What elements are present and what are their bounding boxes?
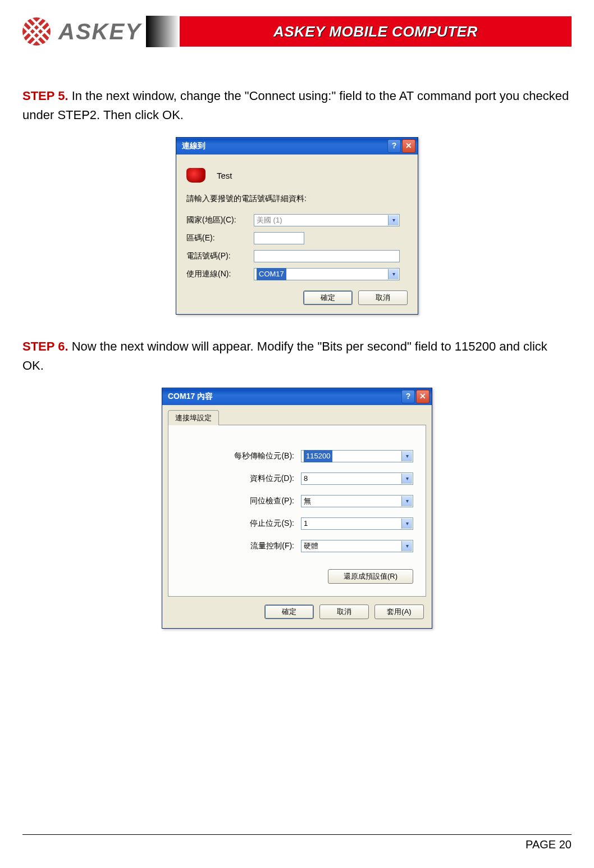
header-gradient [146,16,180,47]
page-header: ASKEY ASKEY MOBILE COMPUTER [22,16,572,47]
step5-paragraph: STEP 5. In the next window, change the "… [22,87,572,125]
flow-control-select[interactable]: 硬體 ▾ [301,540,413,552]
help-icon[interactable]: ? [387,139,401,153]
brand-logo: ASKEY [22,17,141,46]
chevron-down-icon[interactable]: ▾ [401,451,412,461]
page-footer: PAGE 20 [22,834,572,851]
chevron-down-icon[interactable]: ▾ [401,474,412,484]
step6-text: Now the next window will appear. Modify … [22,339,547,372]
data-bits-label: 資料位元(D): [204,472,294,485]
page-number: PAGE 20 [526,838,572,851]
chevron-down-icon[interactable]: ▾ [388,269,399,279]
tab-port-settings[interactable]: 連接埠設定 [168,410,219,425]
dialog1-titlebar[interactable]: 連線到 ? ✕ [176,138,418,154]
flow-control-label: 流量控制(F): [204,540,294,552]
step6-paragraph: STEP 6. Now the next window will appear.… [22,337,572,375]
apply-button[interactable]: 套用(A) [374,605,424,619]
dialog2-titlebar[interactable]: COM17 內容 ? ✕ [162,388,432,405]
askey-logo-icon [22,17,51,46]
chevron-down-icon[interactable]: ▾ [401,519,412,529]
phone-label: 電話號碼(P): [186,250,248,262]
phone-icon [186,168,205,183]
area-input[interactable] [254,232,304,244]
dialog2-title: COM17 內容 [168,390,400,403]
country-label: 國家(地區)(C): [186,214,248,226]
step5-label: STEP 5. [22,89,68,103]
bps-label: 每秒傳輸位元(B): [204,450,294,462]
data-bits-select[interactable]: 8 ▾ [301,472,413,485]
chevron-down-icon: ▾ [388,215,399,225]
step5-text: In the next window, change the "Connect … [22,89,569,122]
restore-defaults-button[interactable]: 還原成預設值(R) [328,569,413,584]
banner-text: ASKEY MOBILE COMPUTER [273,23,478,40]
step6-label: STEP 6. [22,339,68,353]
cancel-button[interactable]: 取消 [358,290,408,305]
connect-using-select[interactable]: COM17 ▾ [254,268,400,280]
ok-button[interactable]: 確定 [264,605,314,619]
header-banner: ASKEY MOBILE COMPUTER [180,16,572,47]
dialog1-title: 連線到 [182,140,386,152]
connect-to-dialog: 連線到 ? ✕ Test 請輸入要撥號的電話號碼詳細資料: 國家(地區)(C):… [176,137,418,315]
chevron-down-icon[interactable]: ▾ [401,541,412,551]
dialog1-instruction: 請輸入要撥號的電話號碼詳細資料: [186,193,408,205]
stop-bits-select[interactable]: 1 ▾ [301,517,413,530]
close-icon[interactable]: ✕ [402,139,415,153]
stop-bits-label: 停止位元(S): [204,517,294,530]
parity-label: 同位檢查(P): [204,495,294,507]
area-label: 區碼(E): [186,232,248,244]
connect-using-label: 使用連線(N): [186,268,248,280]
port-settings-panel: 每秒傳輸位元(B): 115200 ▾ 資料位元(D): 8 ▾ [168,425,426,597]
brand-name: ASKEY [58,19,141,44]
country-select: 美國 (1) ▾ [254,214,400,226]
help-icon[interactable]: ? [401,390,415,403]
parity-select[interactable]: 無 ▾ [301,495,413,507]
phone-input[interactable] [254,250,400,262]
com17-properties-dialog: COM17 內容 ? ✕ 連接埠設定 每秒傳輸位元(B): 115200 ▾ [162,388,432,629]
connection-name: Test [217,169,232,182]
bps-select[interactable]: 115200 ▾ [301,450,413,462]
ok-button[interactable]: 確定 [303,290,353,305]
cancel-button[interactable]: 取消 [319,605,369,619]
close-icon[interactable]: ✕ [416,390,429,403]
chevron-down-icon[interactable]: ▾ [401,496,412,506]
